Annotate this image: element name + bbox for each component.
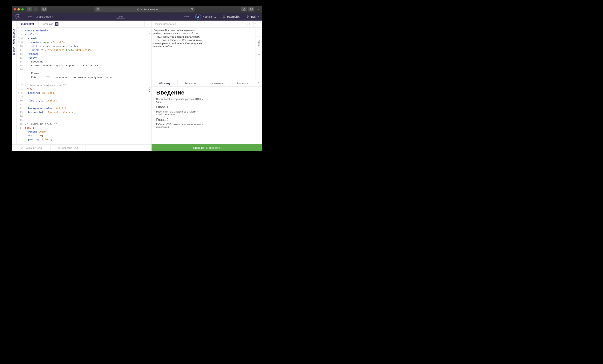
gear-icon bbox=[222, 15, 226, 18]
split-handle[interactable]: ↔ bbox=[144, 21, 151, 27]
gutter-css: 1 2 3 4 5 6 7 8 9 10 11 12 13 14 15 16 1… bbox=[16, 82, 24, 144]
sidebar-toggle-button[interactable] bbox=[41, 7, 47, 11]
code-html[interactable]: <!DOCTYPE html> <html> <head> <meta char… bbox=[24, 28, 151, 82]
tab-sample[interactable]: Образец bbox=[151, 80, 178, 86]
course-prev-button[interactable]: ⟵ bbox=[28, 15, 33, 19]
tab-help[interactable]: ? bbox=[255, 80, 262, 86]
editor-css[interactable]: ↑ 1 2 3 4 5 6 7 8 9 10 11 12 13 14 15 16… bbox=[16, 82, 151, 144]
app-header: ⟵ Знакомство ▾ 14/14 ⟶ Неопозн… Настройк… bbox=[12, 13, 262, 21]
layout-icon[interactable]: ▤ bbox=[55, 22, 58, 26]
new-tab-button[interactable]: + bbox=[256, 8, 260, 11]
zoom-out-button[interactable]: − bbox=[255, 50, 262, 59]
user-menu[interactable]: Неопозн… bbox=[192, 13, 219, 21]
scroll-up-icon[interactable]: ↑ bbox=[149, 83, 150, 86]
close-window[interactable] bbox=[14, 8, 16, 11]
gutter-html: 1 2 3 4 5 6 7 8 9 10 11 12 13 14 15 16 bbox=[16, 28, 24, 82]
sample-h2b: Глава 2 bbox=[156, 118, 258, 122]
chevron-down-icon: ▾ bbox=[52, 16, 53, 18]
svg-point-10 bbox=[197, 16, 199, 17]
save-button[interactable]: Сохранить код bbox=[12, 144, 50, 151]
editor-lang-css: CSS bbox=[148, 88, 151, 93]
preview-target-icon[interactable] bbox=[245, 21, 252, 28]
left-rail: ☰ Теория и видеоразбор bbox=[12, 21, 16, 144]
reset-button[interactable]: Сбросить код bbox=[50, 144, 85, 151]
tab-overlay[interactable]: Наложение bbox=[203, 80, 229, 86]
editor-lang-html: HTML bbox=[148, 30, 151, 36]
tab-result[interactable]: Результат bbox=[178, 80, 204, 86]
sample-h2a: Глава 1 bbox=[156, 105, 258, 109]
breadcrumb[interactable]: Знакомство ▾ bbox=[36, 15, 53, 18]
zoom-level: 100% bbox=[255, 36, 262, 50]
nav-forward-button[interactable] bbox=[33, 7, 38, 11]
logo[interactable] bbox=[12, 14, 24, 19]
sample-p2: Работа с HTML, знакомство с тегами и атр… bbox=[156, 110, 207, 116]
editor-html[interactable]: 1 2 3 4 5 6 7 8 9 10 11 12 13 14 15 16 <… bbox=[16, 28, 151, 82]
preview-title: Первое испытание bbox=[154, 22, 176, 25]
theory-tab[interactable]: Теория и видеоразбор bbox=[13, 29, 15, 55]
svg-point-13 bbox=[247, 23, 250, 25]
share-button[interactable] bbox=[241, 7, 247, 11]
titlebar: htmlacademy.ru + bbox=[12, 6, 262, 13]
preview-output: Введение В этом пособии изучается работа… bbox=[151, 28, 255, 80]
exit-icon bbox=[247, 15, 250, 18]
zoom-rail: + 100% − bbox=[255, 28, 262, 80]
tab-diff[interactable]: Различия bbox=[229, 80, 255, 86]
sample-p1: В этом пособии изучается работа с HTML и… bbox=[156, 98, 207, 103]
preview-fullscreen-icon[interactable] bbox=[253, 21, 260, 28]
exit-button[interactable]: Выйти bbox=[244, 13, 262, 21]
footer: Сохранить код Сбросить код Сравнить (7 п… bbox=[12, 144, 262, 151]
nav-back-button[interactable] bbox=[27, 7, 32, 11]
sample-h1: Введение bbox=[156, 89, 258, 96]
course-next-button[interactable]: ⟶ bbox=[184, 15, 189, 19]
svg-rect-0 bbox=[43, 8, 46, 11]
editor-tabs: index.html style.css ▤ ↔ bbox=[16, 21, 151, 28]
step-counter: 14/14 bbox=[116, 15, 125, 19]
tab-style-css[interactable]: style.css ▤ bbox=[39, 21, 63, 27]
svg-point-11 bbox=[223, 16, 225, 18]
address-bar[interactable]: htmlacademy.ru bbox=[94, 7, 195, 12]
preview-pane: Первое испытание Введение В этом пособии… bbox=[151, 21, 262, 144]
window-controls bbox=[14, 8, 24, 11]
tab-index-html[interactable]: index.html bbox=[16, 21, 39, 27]
browser-window: htmlacademy.ru + ⟵ Знакомство bbox=[12, 6, 262, 151]
reader-mode-icon[interactable] bbox=[96, 7, 100, 11]
url-text: htmlacademy.ru bbox=[140, 8, 158, 11]
check-icon bbox=[20, 147, 23, 149]
minimize-window[interactable] bbox=[17, 8, 20, 11]
editors-pane: index.html style.css ▤ ↔ 1 2 3 4 5 6 7 8… bbox=[16, 21, 151, 144]
maximize-window[interactable] bbox=[21, 8, 24, 11]
svg-rect-8 bbox=[250, 8, 253, 10]
tabs-button[interactable] bbox=[248, 7, 254, 11]
sample-p3: Работа с CSS, знакомство с селекторами и… bbox=[156, 123, 207, 128]
close-icon bbox=[58, 147, 60, 149]
svg-rect-5 bbox=[138, 9, 139, 10]
code-css[interactable]: /* Классы для оформления */ .cite { padd… bbox=[24, 82, 151, 144]
compare-tabs: Образец Результат Наложение Различия ? bbox=[151, 80, 262, 87]
lock-icon bbox=[137, 8, 139, 11]
compare-button[interactable]: Сравнить (7 попыток) bbox=[151, 144, 262, 151]
zoom-in-button[interactable]: + bbox=[255, 28, 262, 36]
menu-icon[interactable]: ☰ bbox=[13, 22, 15, 26]
reload-icon[interactable] bbox=[190, 8, 193, 11]
svg-rect-7 bbox=[250, 9, 252, 10]
sample-view: Введение В этом пособии изучается работа… bbox=[151, 87, 262, 144]
svg-point-12 bbox=[224, 16, 224, 17]
avatar-icon bbox=[195, 14, 201, 20]
settings-button[interactable]: Настройки bbox=[219, 13, 244, 21]
